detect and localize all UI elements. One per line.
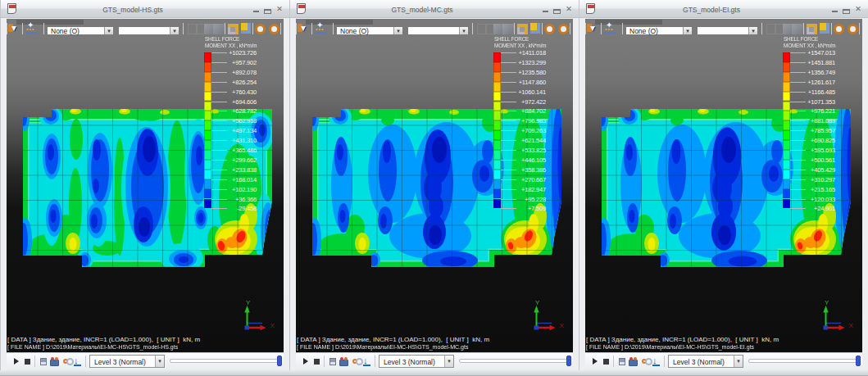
svg-text:X: X — [849, 322, 854, 329]
svg-text:X: X — [270, 322, 275, 329]
svg-text:Y: Y — [535, 299, 540, 306]
svg-text:Y: Y — [246, 299, 251, 306]
svg-text:X: X — [560, 322, 565, 329]
svg-text:Y: Y — [825, 299, 829, 306]
